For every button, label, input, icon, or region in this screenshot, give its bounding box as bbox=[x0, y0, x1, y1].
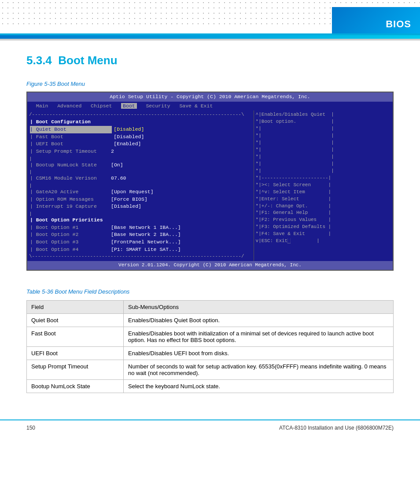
numlock-field: | Bootup NumLock State bbox=[30, 162, 109, 169]
bios-left-panel: /---------------------------------------… bbox=[27, 110, 254, 261]
boot3-value: [FrontPanel Network...] bbox=[111, 239, 181, 246]
table-row: Quiet Boot Enables/Disables Quiet Boot o… bbox=[27, 314, 394, 327]
numlock-value: [On] bbox=[111, 162, 123, 169]
fast-boot-value: [Disabled] bbox=[114, 133, 144, 141]
bios-help-f3: *|F3: Optimized Defaults | bbox=[256, 224, 391, 231]
bios-row-fast-boot[interactable]: | Fast Boot [Disabled] bbox=[29, 133, 252, 141]
bios-help-7: *| | bbox=[256, 154, 391, 161]
desc-table: Field Sub-Menus/Options Quiet Boot Enabl… bbox=[26, 300, 394, 393]
interrupt19-field: | Interrupt 19 Capture bbox=[30, 203, 109, 210]
figure-label: Figure 5-35 Boot Menu bbox=[26, 81, 394, 87]
table-header-field: Field bbox=[27, 301, 124, 314]
blue-bar bbox=[0, 35, 420, 39]
bios-section-boot-priorities: | Boot Option Priorities bbox=[29, 217, 252, 224]
interrupt19-value: [Disabled] bbox=[111, 203, 141, 210]
bios-screen: Aptio Setup Utility - Copyright (C) 2010… bbox=[26, 92, 394, 271]
boot4-field: | Boot Option #4 bbox=[30, 246, 109, 254]
bios-menu-security[interactable]: Security bbox=[146, 103, 170, 109]
fast-boot-field: | Fast Boot bbox=[30, 133, 112, 141]
bios-empty-2: | bbox=[29, 169, 252, 175]
bios-help-select-item: *|^v: Select Item | bbox=[256, 189, 391, 196]
table-row: UEFI Boot Enables/Disables UEFI boot fro… bbox=[27, 347, 394, 360]
page-footer: 150 ATCA-8310 Installation and Use (6806… bbox=[0, 419, 420, 435]
table-cell-field: UEFI Boot bbox=[27, 347, 124, 360]
bios-help-change: *|+/-: Change Opt. | bbox=[256, 203, 391, 210]
option-rom-value: [Force BIOS] bbox=[111, 196, 147, 203]
table-row: Fast Boot Enables/Disables boot with ini… bbox=[27, 327, 394, 347]
boot3-field: | Boot Option #3 bbox=[30, 239, 109, 246]
table-cell-field: Fast Boot bbox=[27, 327, 124, 347]
bios-menu-save-exit[interactable]: Save & Exit bbox=[179, 103, 213, 109]
boot2-value: [Base Network 2 IBA...] bbox=[111, 231, 181, 239]
bios-label: BIOS bbox=[386, 18, 411, 30]
table-cell-desc: Enables/Disables Quiet Boot option. bbox=[124, 314, 394, 327]
bios-menu-main[interactable]: Main bbox=[36, 103, 48, 109]
table-cell-field: Setup Prompt Timeout bbox=[27, 360, 124, 380]
bios-right-panel: ^|Enables/Disables Quiet | *|Boot option… bbox=[254, 110, 393, 261]
bios-help-6: *| | bbox=[256, 147, 391, 154]
gatea20-value: [Upon Request] bbox=[111, 188, 154, 196]
bios-row-csm16: | CSM16 Module Verison 07.60 bbox=[29, 175, 252, 182]
header-blue-accent: BIOS bbox=[332, 7, 420, 33]
bios-menu-advanced[interactable]: Advanced bbox=[57, 103, 81, 109]
setup-prompt-value: 2 bbox=[111, 148, 114, 155]
setup-prompt-field: | Setup Prompt Timeout bbox=[30, 148, 109, 155]
boot4-value: [P1: SMART Lite SAT...] bbox=[111, 246, 181, 254]
table-cell-desc: Select the keyboard NumLock state. bbox=[124, 380, 394, 393]
bios-row-uefi-boot[interactable]: | UEFI Boot [Enabled] bbox=[29, 140, 252, 148]
bios-help-divider: *|-----------------------| bbox=[256, 175, 391, 182]
bios-row-quiet-boot[interactable]: | Quiet Boot [Disabled] bbox=[29, 126, 252, 133]
table-cell-field: Quiet Boot bbox=[27, 314, 124, 327]
bios-row-boot3[interactable]: | Boot Option #3 [FrontPanel Network...] bbox=[29, 239, 252, 246]
bios-row-setup-prompt[interactable]: | Setup Prompt Timeout 2 bbox=[29, 148, 252, 155]
bios-help-f1: *|F1: General Help | bbox=[256, 210, 391, 217]
bios-help-2: *|Boot option. | bbox=[256, 118, 391, 125]
bios-section-boot-config: | Boot Configuration bbox=[29, 118, 252, 126]
bios-help-esc: v|ESC: Exit█ | bbox=[256, 238, 391, 245]
bios-help-select-screen: *|><: Select Screen | bbox=[256, 182, 391, 189]
bios-row-interrupt19[interactable]: | Interrupt 19 Capture [Disabled] bbox=[29, 203, 252, 210]
page-number: 150 bbox=[26, 425, 35, 431]
section-number: 5.3.4 bbox=[26, 54, 52, 67]
table-row: Bootup NumLock State Select the keyboard… bbox=[27, 380, 394, 393]
bios-help-1: ^|Enables/Disables Quiet | bbox=[256, 111, 391, 118]
csm16-field: | CSM16 Module Verison bbox=[30, 175, 109, 182]
bios-row-boot1[interactable]: | Boot Option #1 [Base Network 1 IBA...] bbox=[29, 224, 252, 232]
bios-footer: Version 2.01.1204. Copyright (C) 2010 Am… bbox=[27, 261, 393, 270]
quiet-boot-field: | Quiet Boot bbox=[30, 126, 112, 133]
bios-help-enter: *|Enter: Select | bbox=[256, 196, 391, 203]
bios-help-9: *| | bbox=[256, 168, 391, 175]
table-header-row: Field Sub-Menus/Options bbox=[27, 301, 394, 314]
table-cell-desc: Enables/Disables UEFI boot from disks. bbox=[124, 347, 394, 360]
bios-row-option-rom[interactable]: | Option ROM Messages [Force BIOS] bbox=[29, 196, 252, 203]
table-cell-field: Bootup NumLock State bbox=[27, 380, 124, 393]
bios-body: /---------------------------------------… bbox=[27, 110, 393, 261]
bios-help-f2: *|F2: Previous Values | bbox=[256, 217, 391, 224]
option-rom-field: | Option ROM Messages bbox=[30, 196, 109, 203]
table-cell-desc: Number of seconds to wait for setup acti… bbox=[124, 360, 394, 380]
quiet-boot-value: [Disabled] bbox=[114, 126, 144, 133]
section-name: Boot Menu bbox=[58, 54, 117, 67]
uefi-boot-value: [Enabled] bbox=[114, 140, 141, 148]
bios-row-boot4[interactable]: | Boot Option #4 [P1: SMART Lite SAT...] bbox=[29, 246, 252, 254]
table-row: Setup Prompt Timeout Number of seconds t… bbox=[27, 360, 394, 380]
gatea20-field: | GateA20 Active bbox=[30, 188, 109, 196]
bios-help-4: *| | bbox=[256, 132, 391, 140]
boot2-field: | Boot Option #2 bbox=[30, 231, 109, 239]
bios-empty-1: | bbox=[29, 155, 252, 162]
boot1-field: | Boot Option #1 bbox=[30, 224, 109, 232]
bios-help-8: *| | bbox=[256, 161, 391, 168]
bios-menu-chipset[interactable]: Chipset bbox=[91, 103, 112, 109]
bios-help-f4: *|F4: Save & Exit | bbox=[256, 231, 391, 238]
bios-menu-boot[interactable]: Boot bbox=[121, 103, 137, 109]
bios-row-boot2[interactable]: | Boot Option #2 [Base Network 2 IBA...] bbox=[29, 231, 252, 239]
bios-row-gatea20[interactable]: | GateA20 Active [Upon Request] bbox=[29, 188, 252, 196]
csm16-value: 07.60 bbox=[111, 175, 126, 182]
bios-row-numlock[interactable]: | Bootup NumLock State [On] bbox=[29, 162, 252, 169]
boot1-value: [Base Network 1 IBA...] bbox=[111, 224, 181, 232]
bios-menu-bar: Main Advanced Chipset Boot Security Save… bbox=[27, 102, 393, 111]
doc-title: ATCA-8310 Installation and Use (6806800M… bbox=[279, 425, 394, 431]
table-label: Table 5-36 Boot Menu Field Descriptions bbox=[26, 288, 394, 295]
uefi-boot-field: | UEFI Boot bbox=[30, 140, 112, 148]
bios-title-bar: Aptio Setup Utility - Copyright (C) 2010… bbox=[27, 92, 393, 102]
